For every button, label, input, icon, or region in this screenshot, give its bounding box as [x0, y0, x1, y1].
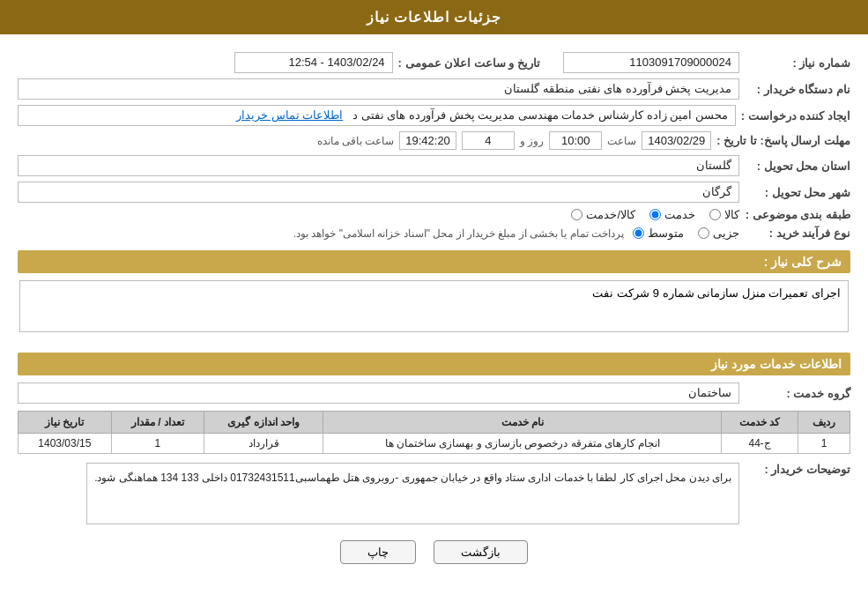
col-date: تاریخ نیاز [19, 412, 112, 434]
cell-unit: قرارداد [204, 434, 323, 454]
org-label: نام دستگاه خریدار : [745, 83, 850, 96]
button-row: بازگشت چاپ [18, 540, 850, 564]
table-row: 1ج-44انجام کارهای متفرقه درخصوص بازسازی … [19, 434, 850, 454]
col-name: نام خدمت [323, 412, 722, 434]
col-qty: تعداد / مقدار [111, 412, 204, 434]
deadline-label: مهلت ارسال پاسخ: تا تاریخ : [716, 134, 850, 147]
page-header: جزئیات اطلاعات نیاز [0, 0, 868, 34]
col-unit: واحد اندازه گیری [204, 412, 323, 434]
deadline-time: 10:00 [549, 131, 602, 150]
services-table: ردیف کد خدمت نام خدمت واحد اندازه گیری ت… [18, 411, 850, 454]
deadline-days-label: روز و [520, 135, 544, 147]
deadline-date: 1403/02/29 [642, 131, 711, 150]
category-label: طبقه بندی موضوعی : [745, 208, 850, 221]
buyer-notes-label: توضیحات خریدار : [745, 463, 850, 476]
back-button[interactable]: بازگشت [434, 540, 528, 564]
services-table-section: ردیف کد خدمت نام خدمت واحد اندازه گیری ت… [18, 411, 850, 454]
creator-contact-link[interactable]: اطلاعات تماس خریدار [236, 108, 343, 122]
announce-label: تاریخ و ساعت اعلان عمومی : [398, 56, 540, 70]
service-group-label: گروه خدمت : [745, 387, 850, 400]
org-value: مدیریت پخش فرآورده های نفتی منطقه گلستان [18, 78, 739, 100]
province-value: گلستان [18, 155, 739, 176]
city-label: شهر محل تحویل : [745, 186, 850, 199]
cell-quantity: 1 [111, 434, 204, 454]
service-info-section-title: اطلاعات خدمات مورد نیاز [18, 353, 850, 375]
deadline-time-label: ساعت [607, 135, 636, 147]
cell-date: 1403/03/15 [19, 434, 112, 454]
description-section-title: شرح کلی نیاز : [18, 250, 850, 273]
category-khedmat[interactable]: خدمت [649, 208, 695, 221]
col-code: کد خدمت [722, 412, 798, 434]
cell-name: انجام کارهای متفرقه درخصوص بازسازی و بهس… [323, 434, 722, 454]
request-number-label: شماره نیاز : [745, 56, 850, 70]
deadline-remaining-label: ساعت باقی مانده [317, 135, 395, 147]
creator-value: محسن امین زاده کارشناس خدمات مهندسی مدیر… [18, 105, 736, 126]
service-group-value: ساختمان [18, 382, 739, 404]
col-row: ردیف [798, 412, 850, 434]
category-kala-khedmat[interactable]: کالا/خدمت [571, 208, 635, 221]
description-textarea[interactable]: اجرای تعمیرات منزل سازمانی شماره 9 شرکت … [19, 280, 849, 332]
purchase-type-motavaset[interactable]: متوسط [633, 227, 684, 240]
buyer-notes-value: برای دیدن محل اجرای کار لطفا با خدمات اد… [86, 463, 739, 524]
print-button[interactable]: چاپ [340, 540, 416, 564]
purchase-type-radio-group: جزیی متوسط [633, 227, 739, 240]
purchase-type-note: پرداخت تمام یا بخشی از مبلغ خریدار از مح… [293, 227, 624, 240]
creator-label: ایجاد کننده درخواست : [741, 109, 850, 123]
purchase-type-jozi[interactable]: جزیی [698, 227, 739, 240]
city-value: گرگان [18, 182, 739, 203]
deadline-days: 4 [462, 131, 515, 150]
page-title: جزئیات اطلاعات نیاز [367, 10, 502, 25]
deadline-remaining: 19:42:20 [399, 131, 456, 150]
category-kala[interactable]: کالا [709, 208, 739, 221]
purchase-type-label: نوع فرآیند خرید : [745, 227, 850, 240]
category-radio-group: کالا خدمت کالا/خدمت [571, 208, 739, 221]
province-label: استان محل تحویل : [745, 160, 850, 173]
cell-row: 1 [798, 434, 850, 454]
cell-code: ج-44 [722, 434, 798, 454]
announce-value: 1403/02/24 - 12:54 [234, 52, 393, 73]
request-number-value: 1103091709000024 [563, 52, 739, 73]
